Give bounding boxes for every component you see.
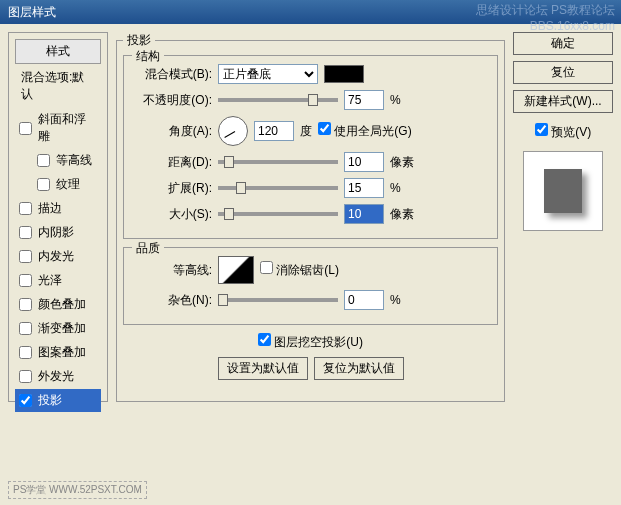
style-item-4[interactable]: 内阴影 <box>15 221 101 244</box>
style-item-1[interactable]: 等高线 <box>15 149 101 172</box>
style-item-6[interactable]: 光泽 <box>15 269 101 292</box>
style-item-9[interactable]: 图案叠加 <box>15 341 101 364</box>
style-checkbox-0[interactable] <box>19 122 32 135</box>
blend-options[interactable]: 混合选项:默认 <box>15 66 101 106</box>
distance-input[interactable] <box>344 152 384 172</box>
size-slider[interactable] <box>218 212 338 216</box>
size-unit: 像素 <box>390 206 414 223</box>
knockout-checkbox[interactable]: 图层挖空投影(U) <box>258 335 363 349</box>
footer-watermark: PS学堂 WWW.52PSXT.COM <box>8 481 147 499</box>
contour-picker[interactable] <box>218 256 254 284</box>
preview-thumbnail <box>544 169 582 213</box>
style-item-11[interactable]: 投影 <box>15 389 101 412</box>
style-checkbox-10[interactable] <box>19 370 32 383</box>
style-item-3[interactable]: 描边 <box>15 197 101 220</box>
style-item-10[interactable]: 外发光 <box>15 365 101 388</box>
antialias-checkbox[interactable]: 消除锯齿(L) <box>260 261 339 279</box>
style-checkbox-3[interactable] <box>19 202 32 215</box>
contour-label: 等高线: <box>134 262 212 279</box>
styles-header[interactable]: 样式 <box>15 39 101 64</box>
angle-label: 角度(A): <box>134 123 212 140</box>
style-label-11: 投影 <box>38 392 62 409</box>
style-label-8: 渐变叠加 <box>38 320 86 337</box>
style-label-2: 纹理 <box>56 176 80 193</box>
style-checkbox-7[interactable] <box>19 298 32 311</box>
style-checkbox-4[interactable] <box>19 226 32 239</box>
style-label-1: 等高线 <box>56 152 92 169</box>
opacity-input[interactable] <box>344 90 384 110</box>
blend-mode-select[interactable]: 正片叠底 <box>218 64 318 84</box>
size-label: 大小(S): <box>134 206 212 223</box>
styles-panel: 样式 混合选项:默认 斜面和浮雕等高线纹理描边内阴影内发光光泽颜色叠加渐变叠加图… <box>8 32 108 402</box>
style-checkbox-8[interactable] <box>19 322 32 335</box>
structure-title: 结构 <box>132 48 164 65</box>
opacity-label: 不透明度(O): <box>134 92 212 109</box>
style-label-10: 外发光 <box>38 368 74 385</box>
new-style-button[interactable]: 新建样式(W)... <box>513 90 613 113</box>
spread-slider[interactable] <box>218 186 338 190</box>
style-label-7: 颜色叠加 <box>38 296 86 313</box>
style-checkbox-1[interactable] <box>37 154 50 167</box>
style-item-8[interactable]: 渐变叠加 <box>15 317 101 340</box>
reset-default-button[interactable]: 复位为默认值 <box>314 357 404 380</box>
cancel-button[interactable]: 复位 <box>513 61 613 84</box>
style-checkbox-2[interactable] <box>37 178 50 191</box>
noise-unit: % <box>390 293 401 307</box>
noise-input[interactable] <box>344 290 384 310</box>
style-label-6: 光泽 <box>38 272 62 289</box>
style-item-0[interactable]: 斜面和浮雕 <box>15 108 101 148</box>
style-label-0: 斜面和浮雕 <box>38 111 97 145</box>
quality-title: 品质 <box>132 240 164 257</box>
distance-label: 距离(D): <box>134 154 212 171</box>
style-label-9: 图案叠加 <box>38 344 86 361</box>
effect-panel: 投影 结构 混合模式(B): 正片叠底 不透明度(O): % 角度(A): <box>116 32 505 402</box>
set-default-button[interactable]: 设置为默认值 <box>218 357 308 380</box>
noise-label: 杂色(N): <box>134 292 212 309</box>
angle-unit: 度 <box>300 123 312 140</box>
angle-dial[interactable] <box>218 116 248 146</box>
style-checkbox-6[interactable] <box>19 274 32 287</box>
opacity-slider[interactable] <box>218 98 338 102</box>
style-checkbox-9[interactable] <box>19 346 32 359</box>
effect-title: 投影 <box>123 32 155 49</box>
dialog-title: 图层样式 <box>8 4 56 21</box>
style-item-7[interactable]: 颜色叠加 <box>15 293 101 316</box>
distance-unit: 像素 <box>390 154 414 171</box>
spread-input[interactable] <box>344 178 384 198</box>
style-label-3: 描边 <box>38 200 62 217</box>
style-item-5[interactable]: 内发光 <box>15 245 101 268</box>
noise-slider[interactable] <box>218 298 338 302</box>
style-label-5: 内发光 <box>38 248 74 265</box>
color-swatch[interactable] <box>324 65 364 83</box>
title-bar: 图层样式 思绪设计论坛 PS教程论坛 BBS.16xx8.com <box>0 0 621 24</box>
preview-checkbox[interactable]: 预览(V) <box>535 123 591 141</box>
size-input[interactable] <box>344 204 384 224</box>
style-checkbox-5[interactable] <box>19 250 32 263</box>
angle-input[interactable] <box>254 121 294 141</box>
spread-label: 扩展(R): <box>134 180 212 197</box>
style-checkbox-11[interactable] <box>19 394 32 407</box>
opacity-unit: % <box>390 93 401 107</box>
global-light-checkbox[interactable]: 使用全局光(G) <box>318 122 412 140</box>
style-item-2[interactable]: 纹理 <box>15 173 101 196</box>
structure-group: 结构 混合模式(B): 正片叠底 不透明度(O): % 角度(A): 度 <box>123 55 498 239</box>
style-label-4: 内阴影 <box>38 224 74 241</box>
quality-group: 品质 等高线: 消除锯齿(L) 杂色(N): % <box>123 247 498 325</box>
spread-unit: % <box>390 181 401 195</box>
ok-button[interactable]: 确定 <box>513 32 613 55</box>
distance-slider[interactable] <box>218 160 338 164</box>
blend-mode-label: 混合模式(B): <box>134 66 212 83</box>
watermark: 思绪设计论坛 PS教程论坛 BBS.16xx8.com <box>476 2 615 33</box>
preview-box <box>523 151 603 231</box>
